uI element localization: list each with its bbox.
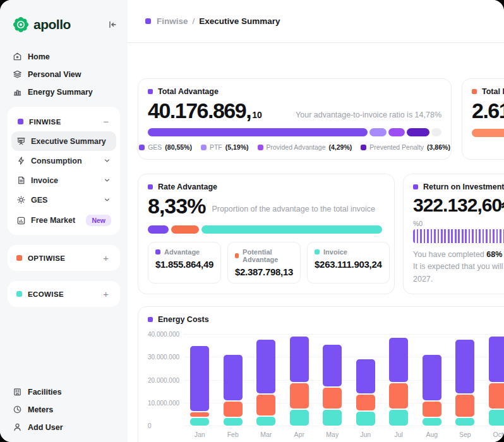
logo-row: apollo [0,16,128,33]
sidebar-item-facilities[interactable]: Facilities [13,387,115,397]
potential-progress-bar [472,129,504,137]
sub-item-label: Free Market [31,216,75,225]
legend-percent: (80,55%) [165,143,192,151]
total-electricity-segment[interactable] [323,345,342,387]
total-water-segment[interactable] [224,418,243,426]
sidebar-item-consumption[interactable]: Consumption [11,151,116,170]
legend-swatch [258,145,263,150]
legend-swatch [139,145,145,150]
total-water-segment[interactable] [256,417,275,426]
total-natural-gas-segment[interactable] [256,395,275,415]
x-axis-tick-oct: Oct [482,431,504,438]
expand-group-icon[interactable]: + [100,289,111,299]
total-electricity-segment[interactable] [389,338,408,383]
sidebar-collapse-button[interactable] [107,20,117,30]
bar-stack [423,354,441,426]
rate-advantage-value: 8,33% [148,194,205,218]
sidebar-item-invoice[interactable]: Invoice [11,170,116,190]
expand-group-icon[interactable]: + [100,253,111,263]
stat-card-potential-advantage: Potential Advantage$2.387.798,13 [227,242,301,284]
chevron-down-icon[interactable] [103,196,111,204]
user-icon [13,422,22,432]
app-window: apollo Home Personal View [0,0,504,442]
total-water-segment[interactable] [356,412,375,426]
chevron-down-icon[interactable] [103,157,111,165]
breadcrumb: Finwise / Executive Summary [128,0,504,43]
collapse-group-icon[interactable]: − [100,117,111,126]
stat-label: Advantage [155,248,213,256]
stat-bullet [155,249,160,254]
advantage-ratio-note: Your advantage-to-invoice ratio is 14,78… [296,110,441,122]
sidebar-bottom-nav: Facilities Meters Add User [0,387,128,432]
total-natural-gas-segment[interactable] [323,388,342,408]
total-natural-gas-segment[interactable] [356,395,375,410]
sun-icon [16,195,26,205]
optiwise-bullet [16,255,22,261]
x-axis-tick-jan: Jan [183,431,217,438]
total-natural-gas-segment[interactable] [455,395,474,416]
layers-icon [13,69,22,79]
sidebar-item-executive-summary[interactable]: Executive Summary [11,131,116,151]
breadcrumb-bullet [145,18,151,24]
total-natural-gas-segment[interactable] [389,383,408,409]
sidebar-item-energy-summary[interactable]: Energy Summary [13,87,115,97]
bar-segment-ptf [369,128,387,136]
total-natural-gas-segment[interactable] [489,383,504,409]
breadcrumb-section[interactable]: Finwise [157,16,188,26]
legend-percent: (5,19%) [225,143,249,151]
total-natural-gas-segment[interactable] [190,412,209,416]
total-potential-value: 2.616.504,10 [472,99,504,122]
total-water-segment[interactable] [323,410,342,426]
sidebar-item-home[interactable]: Home [13,52,115,61]
total-electricity-segment[interactable] [190,346,209,411]
legend-item: Provided Advantage (4,29%) [258,143,352,151]
total-electricity-segment[interactable] [256,340,275,393]
chevron-down-icon[interactable] [103,176,111,184]
bar-stack [190,345,209,426]
presentation-icon [16,136,26,146]
roi-description: You have completed 68% of your investmen… [413,249,504,285]
total-water-segment[interactable] [389,410,408,426]
total-potential-card: Total Potential Advantage 2.616.504,10 [462,78,504,160]
total-natural-gas-segment[interactable] [290,383,309,409]
ecowise-label: ECOWISE [28,290,64,298]
sidebar-item-personal-view[interactable]: Personal View [13,69,115,79]
chart-column-apr [283,334,316,426]
sidebar-group-optiwise[interactable]: OPTIWISE + [8,245,120,271]
finwise-group-header[interactable]: FINWISE − [11,110,116,131]
total-water-segment[interactable] [423,418,441,426]
total-water-segment[interactable] [290,410,309,426]
legend-item: PTF (5,19%) [201,143,249,151]
total-natural-gas-segment[interactable] [423,402,441,416]
rate-bar-segment-3 [201,225,382,234]
total-electricity-segment[interactable] [423,355,441,400]
total-electricity-segment[interactable] [224,355,243,400]
total-water-segment[interactable] [455,418,474,426]
total-electricity-segment[interactable] [356,359,375,393]
sidebar-item-free-market[interactable]: Free Market New [11,210,116,231]
sidebar: apollo Home Personal View [0,0,128,442]
legend-item: Prevented Penalty (3,86%) [361,143,450,151]
bar-segment-ges [148,128,368,136]
total-water-segment[interactable] [190,418,209,426]
card-bullet [148,89,153,94]
y-axis-tick: 30.000.000 [148,354,179,361]
chart-column-feb [217,334,250,426]
x-axis-tick-sep: Sep [448,431,482,438]
sidebar-item-ges[interactable]: GES [11,190,116,210]
dashboard-content: Total Advantage 40.176.869, 10 Your adva… [128,43,504,442]
total-electricity-segment[interactable] [489,337,504,382]
total-water-segment[interactable] [489,410,504,426]
sidebar-group-ecowise[interactable]: ECOWISE + [8,281,120,307]
card-title: Total Advantage [158,87,219,96]
y-axis-tick: 10.000.000 [148,400,179,407]
sidebar-item-add-user[interactable]: Add User [13,422,115,432]
energy-costs-chart: 40.000.00030.000.00020.000.00010.000.000… [148,334,504,442]
total-natural-gas-segment[interactable] [224,402,243,416]
total-electricity-segment[interactable] [455,340,474,393]
sidebar-item-meters[interactable]: Meters [13,405,115,414]
bar-stack [389,337,408,426]
bar-stack [256,338,275,426]
stat-name: Advantage [164,248,200,256]
total-electricity-segment[interactable] [290,337,309,382]
